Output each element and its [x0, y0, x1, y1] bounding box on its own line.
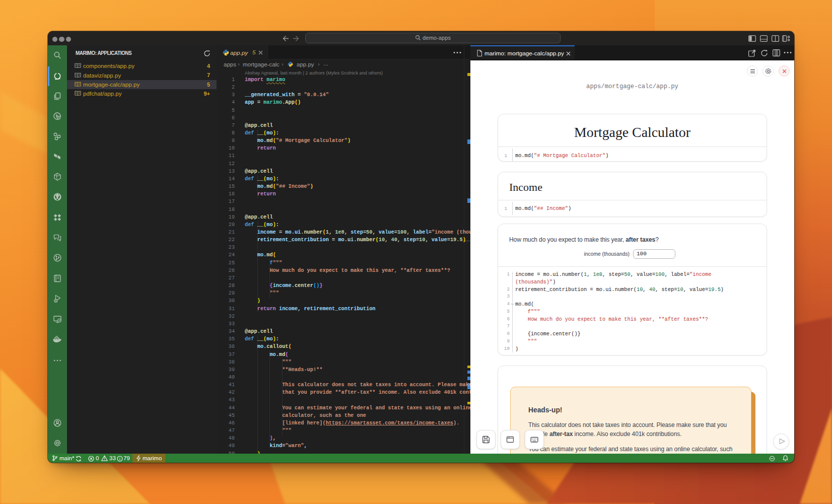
svg-text:sc: sc	[58, 319, 61, 322]
